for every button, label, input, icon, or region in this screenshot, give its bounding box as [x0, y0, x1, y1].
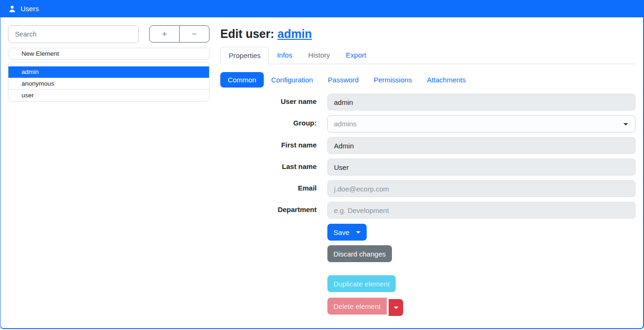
tab-properties[interactable]: Properties: [220, 47, 269, 64]
firstname-label: First name: [220, 137, 327, 154]
tab-history: History: [300, 47, 338, 64]
delete-element-button: Delete element: [327, 298, 387, 315]
firstname-field: [327, 137, 636, 154]
list-item-empty[interactable]: [8, 62, 209, 66]
list-item-anonymous[interactable]: anonymous: [8, 78, 209, 89]
add-element-button[interactable]: +: [149, 25, 180, 43]
form-row: Group: admins: [220, 115, 636, 132]
email-label: Email: [220, 180, 327, 197]
user-list: admin anonymous user: [8, 62, 210, 102]
list-item-new-element[interactable]: New Element: [8, 48, 209, 59]
subtab-attachments[interactable]: Attachments: [420, 72, 473, 88]
tab-export[interactable]: Export: [338, 47, 374, 64]
user-form: User name Group: admins First name: [220, 94, 636, 316]
delete-button-group: Delete element: [327, 298, 636, 316]
form-row: Last name: [220, 159, 636, 176]
form-row: Department: [220, 202, 636, 219]
sidebar-toolbar: + −: [8, 25, 210, 43]
caret-down-icon: [394, 307, 398, 309]
search-input[interactable]: [8, 25, 139, 43]
subtab-password[interactable]: Password: [320, 72, 366, 88]
department-field: [327, 202, 636, 219]
caret-down-icon: [356, 231, 361, 234]
subtab-common[interactable]: Common: [220, 72, 264, 88]
sidebar: + − New Element admin anonymous user: [0, 17, 210, 328]
edited-user-link[interactable]: admin: [277, 27, 312, 40]
tab-bar: Properties Infos History Export: [220, 47, 636, 64]
subtab-bar: Common Configuration Password Permission…: [220, 72, 636, 88]
template-list: New Element: [8, 48, 210, 60]
content-frame: + − New Element admin anonymous user Edi…: [0, 17, 644, 329]
app-header: Users: [0, 0, 644, 17]
group-label: Group:: [220, 115, 327, 132]
save-button[interactable]: Save: [327, 224, 367, 241]
form-actions: Save Discard changes Duplicate element D…: [327, 224, 636, 316]
form-row: First name: [220, 137, 636, 154]
form-row: Email: [220, 180, 636, 197]
tab-infos[interactable]: Infos: [269, 47, 300, 64]
list-item-admin[interactable]: admin: [8, 66, 209, 78]
duplicate-element-button: Duplicate element: [327, 275, 396, 292]
app-title: Users: [21, 5, 39, 13]
discard-changes-button[interactable]: Discard changes: [327, 245, 392, 262]
main-panel: Edit user: admin Properties Infos Histor…: [210, 17, 643, 328]
remove-element-button[interactable]: −: [179, 25, 210, 43]
chevron-down-icon: [623, 123, 628, 125]
list-item-user[interactable]: user: [8, 89, 209, 101]
username-label: User name: [220, 94, 327, 110]
lastname-field: [327, 159, 636, 176]
email-field: [327, 180, 636, 197]
subtab-configuration[interactable]: Configuration: [264, 72, 320, 88]
page-title-prefix: Edit user:: [220, 27, 274, 40]
add-remove-button-group: + −: [149, 25, 210, 43]
form-row: User name: [220, 94, 636, 110]
group-select[interactable]: admins: [327, 115, 636, 132]
person-icon: [8, 5, 16, 13]
group-select-value: admins: [334, 120, 356, 128]
lastname-label: Last name: [220, 159, 327, 176]
username-field: [327, 94, 636, 110]
subtab-permissions[interactable]: Permissions: [366, 72, 420, 88]
delete-dropdown-toggle[interactable]: [389, 299, 403, 316]
page-title: Edit user: admin: [220, 27, 636, 41]
department-label: Department: [220, 202, 327, 219]
